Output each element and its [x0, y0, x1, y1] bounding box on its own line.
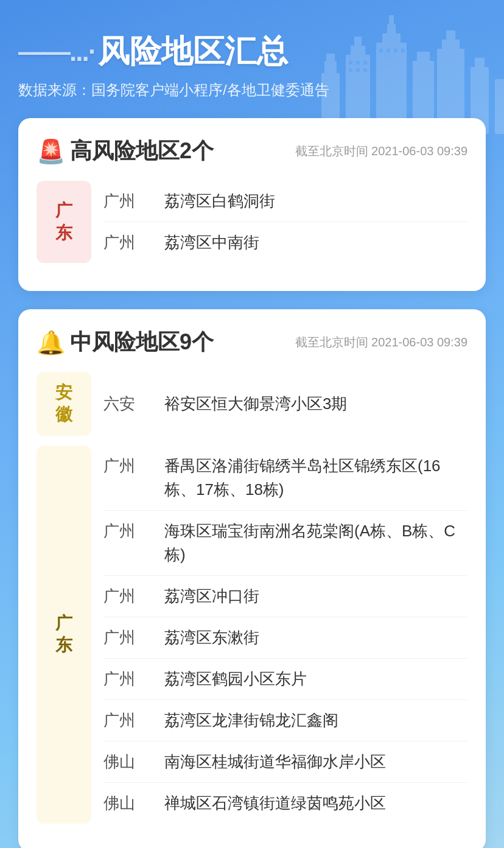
province-badge-guangdong-mid: 广东 [37, 446, 91, 824]
district-liwan-longjin: 荔湾区龙津街锦龙汇鑫阁 [164, 709, 467, 732]
district-liwan-heyuan: 荔湾区鹤园小区东片 [164, 667, 467, 691]
high-risk-group-guangdong: 广东 广州 荔湾区白鹤洞街 广州 荔湾区中南街 [37, 181, 467, 263]
high-risk-title: 🚨 高风险地区2个 [37, 136, 214, 166]
mid-risk-header: 🔔 中风险地区9个 截至北京时间 2021-06-03 09:39 [37, 328, 467, 357]
district-foshan-nanhai: 南海区桂城街道华福御水岸小区 [164, 750, 467, 774]
mid-risk-title: 🔔 中风险地区9个 [37, 328, 214, 357]
table-row: 广州 荔湾区东漱街 [103, 617, 467, 659]
city-foshan-1: 佛山 [103, 750, 164, 773]
data-source: 数据来源：国务院客户端小程序/各地卫健委通告 [18, 80, 486, 100]
table-row: 广州 荔湾区白鹤洞街 [103, 181, 467, 222]
table-row: 广州 荔湾区鹤园小区东片 [103, 659, 467, 700]
table-row: 六安 裕安区恒大御景湾小区3期 [103, 384, 467, 424]
district-zhongnan: 荔湾区中南街 [164, 231, 467, 254]
city-gz-liwan-2: 广州 [103, 626, 164, 648]
table-row: 广州 番禺区洛浦街锦绣半岛社区锦绣东区(16栋、17栋、18栋) [103, 446, 467, 511]
district-liwan-chongkou: 荔湾区冲口街 [164, 584, 467, 608]
mid-risk-group-anhui: 安徽 六安 裕安区恒大御景湾小区3期 [37, 372, 467, 436]
mid-risk-group-guangdong: 广东 广州 番禺区洛浦街锦绣半岛社区锦绣东区(16栋、17栋、18栋) 广州 海… [37, 446, 467, 824]
high-risk-entries-guangdong: 广州 荔湾区白鹤洞街 广州 荔湾区中南街 [103, 181, 467, 263]
high-risk-header: 🚨 高风险地区2个 截至北京时间 2021-06-03 09:39 [37, 136, 467, 166]
district-foshan-chancheng: 禅城区石湾镇街道绿茵鸣苑小区 [164, 791, 467, 815]
district-panyu-jinxiu: 番禺区洛浦街锦绣半岛社区锦绣东区(16栋、17栋、18栋) [164, 454, 467, 502]
district-haizhu-ruibao: 海珠区瑞宝街南洲名苑棠阁(A栋、B栋、C栋) [164, 519, 467, 567]
city-liu-an: 六安 [103, 392, 164, 415]
mid-risk-entries-guangdong: 广州 番禺区洛浦街锦绣半岛社区锦绣东区(16栋、17栋、18栋) 广州 海珠区瑞… [103, 446, 467, 824]
table-row: 佛山 南海区桂城街道华福御水岸小区 [103, 741, 467, 783]
city-gz-panyu: 广州 [103, 454, 164, 477]
mid-risk-timestamp: 截至北京时间 2021-06-03 09:39 [295, 334, 467, 351]
city-guangzhou-2: 广州 [103, 231, 164, 253]
high-risk-timestamp: 截至北京时间 2021-06-03 09:39 [295, 143, 467, 159]
table-row: 广州 荔湾区龙津街锦龙汇鑫阁 [103, 700, 467, 741]
mid-risk-card: 🔔 中风险地区9个 截至北京时间 2021-06-03 09:39 安徽 六安 … [18, 309, 486, 848]
district-hengda: 裕安区恒大御景湾小区3期 [164, 392, 467, 416]
high-risk-icon: 🚨 [37, 138, 65, 165]
header: ——...· 风险地区汇总 数据来源：国务院客户端小程序/各地卫健委通告 [18, 24, 486, 100]
table-row: 广州 海珠区瑞宝街南洲名苑棠阁(A栋、B栋、C栋) [103, 511, 467, 576]
province-badge-guangdong-high: 广东 [37, 181, 91, 263]
table-row: 佛山 禅城区石湾镇街道绿茵鸣苑小区 [103, 783, 467, 824]
city-foshan-2: 佛山 [103, 791, 164, 814]
province-badge-anhui: 安徽 [37, 372, 91, 436]
mid-risk-entries-anhui: 六安 裕安区恒大御景湾小区3期 [103, 372, 467, 436]
page-title: ——...· 风险地区汇总 [18, 30, 486, 73]
high-risk-card: 🚨 高风险地区2个 截至北京时间 2021-06-03 09:39 广东 广州 … [18, 118, 486, 291]
district-liwan-dongshu: 荔湾区东漱街 [164, 626, 467, 650]
table-row: 广州 荔湾区中南街 [103, 222, 467, 263]
svg-rect-17 [495, 79, 504, 134]
city-gz-liwan-1: 广州 [103, 584, 164, 607]
district-baiheDong: 荔湾区白鹤洞街 [164, 189, 467, 213]
title-decoration: ——...· [18, 37, 94, 67]
table-row: 广州 荔湾区冲口街 [103, 576, 467, 617]
mid-risk-icon: 🔔 [37, 329, 65, 356]
city-gz-liwan-4: 广州 [103, 709, 164, 731]
city-gz-haizhu: 广州 [103, 519, 164, 542]
city-gz-liwan-3: 广州 [103, 667, 164, 690]
city-guangzhou-1: 广州 [103, 189, 164, 212]
